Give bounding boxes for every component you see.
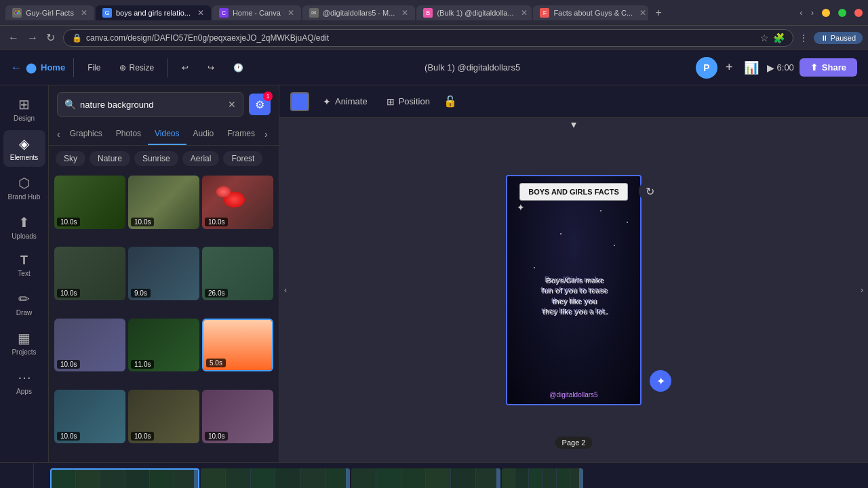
- video-thumb-9[interactable]: 5.0s: [202, 319, 273, 372]
- chevron-left-icon[interactable]: ‹: [800, 7, 802, 18]
- undo-icon: ↩: [182, 63, 189, 73]
- video-thumb-11[interactable]: 10.0s: [128, 390, 199, 443]
- forward-button[interactable]: →: [24, 30, 41, 45]
- timeline-scroll-left[interactable]: ‹: [34, 463, 47, 488]
- clip-resize-handle-4[interactable]: [579, 468, 583, 488]
- pill-sunrise[interactable]: Sunrise: [134, 151, 178, 166]
- share-button[interactable]: ⬆ Share: [800, 58, 857, 77]
- tab-close-3[interactable]: ✕: [288, 8, 294, 18]
- pill-forest[interactable]: Forest: [223, 151, 262, 166]
- position-button[interactable]: ⊞ Position: [381, 94, 435, 110]
- address-text[interactable]: canva.com/design/DAFIO57En0g/peqxaexjeJO…: [86, 33, 756, 43]
- sidebar-item-draw[interactable]: ✏ Draw: [3, 285, 45, 322]
- timeline-clip-1[interactable]: 10.0s: [50, 468, 199, 488]
- tab-close-1[interactable]: ✕: [81, 8, 87, 18]
- redo-button[interactable]: ↪: [202, 60, 220, 75]
- version-history-button[interactable]: 🕐: [228, 60, 249, 75]
- timeline-play-button[interactable]: ▶: [12, 485, 22, 488]
- magic-resize-button[interactable]: ✦: [650, 370, 671, 392]
- search-input[interactable]: [80, 100, 224, 110]
- search-filter-button[interactable]: ⚙ 1: [249, 94, 271, 115]
- sidebar-item-apps[interactable]: ⋯ Apps: [3, 364, 45, 401]
- tab-bulk[interactable]: B (Bulk 1) @digitaldolla... ✕: [416, 5, 532, 20]
- video-duration-9: 5.0s: [206, 359, 226, 367]
- panel-collapse-left[interactable]: ‹: [279, 277, 292, 304]
- timeline-clip-4[interactable]: 10.0s: [502, 468, 583, 488]
- tab-home-canva[interactable]: C Home - Canva ✕: [212, 5, 301, 20]
- add-button[interactable]: +: [723, 58, 736, 77]
- resize-button[interactable]: ⊕ Resize: [114, 60, 159, 75]
- design-card[interactable]: ✦ BOYS AND GIRLS FACTS Boys/Girls makefu…: [506, 175, 642, 405]
- home-arrow-icon: ←: [11, 62, 22, 74]
- clip-resize-handle-2[interactable]: [346, 468, 350, 488]
- pill-nature[interactable]: Nature: [90, 151, 130, 166]
- video-thumb-12[interactable]: 10.0s: [202, 390, 273, 443]
- tab-graphics[interactable]: Graphics: [63, 123, 109, 145]
- file-button[interactable]: File: [82, 60, 106, 75]
- chevron-right-icon[interactable]: ›: [811, 7, 814, 18]
- tab-frames[interactable]: Frames: [220, 123, 262, 145]
- timeline-clip-3[interactable]: 10.0s: [351, 468, 500, 488]
- tab-close-5[interactable]: ✕: [521, 8, 528, 18]
- animate-button[interactable]: ✦ Animate: [317, 94, 373, 110]
- play-button[interactable]: ▶ 6:00: [767, 62, 794, 73]
- lock-button[interactable]: 🔓: [443, 95, 457, 108]
- tab-videos[interactable]: Videos: [148, 123, 186, 145]
- chart-button[interactable]: 📊: [741, 58, 762, 78]
- video-thumb-6[interactable]: 26.0s: [202, 247, 273, 300]
- search-clear-icon[interactable]: ✕: [228, 99, 236, 110]
- video-thumb-2[interactable]: 10.0s: [128, 176, 199, 229]
- video-thumb-7[interactable]: 10.0s: [54, 319, 125, 372]
- timeline-clip-2[interactable]: 10.0s: [201, 468, 350, 488]
- extensions-icon[interactable]: 🧩: [773, 33, 785, 43]
- star-icon[interactable]: ☆: [760, 33, 769, 43]
- sidebar-item-brandhub[interactable]: ⬡ Brand Hub: [3, 169, 45, 206]
- refresh-card-button[interactable]: ↻: [639, 180, 660, 202]
- tab-close-6[interactable]: ✕: [639, 8, 646, 18]
- pill-sky[interactable]: Sky: [56, 151, 85, 166]
- tab-boys-girls[interactable]: G boys and girls relatio... ✕: [96, 5, 211, 20]
- color-swatch[interactable]: [290, 92, 309, 111]
- tab-guy-girl[interactable]: 👫 Guy-Girl Facts ✕: [5, 5, 94, 20]
- elements-icon: ◈: [19, 136, 29, 152]
- close-window-button[interactable]: [854, 9, 863, 17]
- sidebar-item-design[interactable]: ⊞ Design: [3, 91, 45, 127]
- clip-resize-handle-1[interactable]: [194, 470, 198, 488]
- tab-photos[interactable]: Photos: [109, 123, 148, 145]
- new-tab-button[interactable]: +: [650, 5, 667, 20]
- tab-digitaldollars[interactable]: ✉ @digitaldollars5 - M... ✕: [302, 5, 416, 20]
- undo-button[interactable]: ↩: [176, 60, 194, 75]
- tab-audio[interactable]: Audio: [186, 123, 221, 145]
- video-thumb-5[interactable]: 9.0s: [128, 247, 199, 300]
- user-avatar[interactable]: P: [696, 57, 717, 79]
- video-thumb-4[interactable]: 10.0s: [54, 247, 125, 300]
- timeline-scroll-right[interactable]: ›: [854, 463, 868, 488]
- tabs-scroll-left[interactable]: ‹: [54, 126, 63, 142]
- sidebar-item-uploads[interactable]: ⬆ Uploads: [3, 209, 45, 245]
- tab-favicon-5: B: [423, 8, 433, 18]
- video-thumb-1[interactable]: 10.0s: [54, 176, 125, 229]
- clip-inner-3: [351, 468, 500, 488]
- sidebar-item-text[interactable]: T Text: [3, 248, 45, 283]
- tab-close-4[interactable]: ✕: [401, 8, 408, 18]
- tab-facts[interactable]: F Facts about Guys & C... ✕: [533, 5, 648, 20]
- sidebar-label-text: Text: [18, 270, 30, 277]
- back-button[interactable]: ←: [5, 30, 22, 45]
- sidebar-item-elements[interactable]: ◈ Elements: [3, 130, 45, 167]
- minimize-button[interactable]: [822, 9, 830, 17]
- canvas-scroll-area[interactable]: ‹ ›: [279, 118, 868, 462]
- video-thumb-8[interactable]: 11.0s: [128, 319, 199, 372]
- reload-button[interactable]: ↻: [43, 30, 58, 45]
- paused-button[interactable]: ⏸ Paused: [814, 32, 863, 44]
- pill-aerial[interactable]: Aerial: [182, 151, 220, 166]
- tab-close-2[interactable]: ✕: [197, 8, 204, 18]
- tabs-scroll-right[interactable]: ›: [262, 126, 271, 142]
- clip-resize-handle-3[interactable]: [496, 468, 500, 488]
- more-icon[interactable]: ⋮: [799, 33, 808, 43]
- home-nav[interactable]: ← ⬤ Home: [11, 62, 65, 74]
- panel-collapse-right[interactable]: ›: [856, 277, 868, 304]
- maximize-button[interactable]: [838, 9, 846, 17]
- sidebar-item-projects[interactable]: ▦ Projects: [3, 325, 45, 361]
- video-thumb-3[interactable]: 10.0s: [202, 176, 273, 229]
- video-thumb-10[interactable]: 10.0s: [54, 390, 125, 443]
